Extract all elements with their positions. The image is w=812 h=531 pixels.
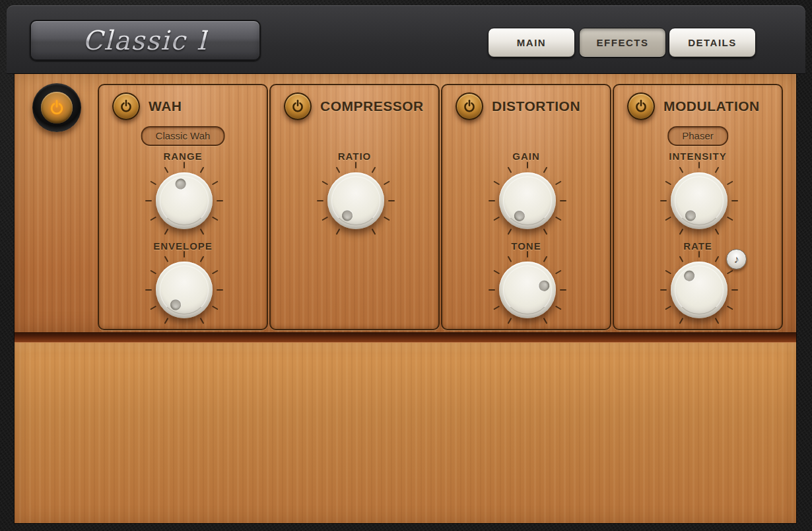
section-title: COMPRESSOR	[320, 98, 424, 114]
wah-power-button[interactable]	[112, 92, 140, 120]
intensity-knob[interactable]	[660, 161, 739, 240]
envelope-knob[interactable]	[145, 250, 224, 330]
tab-effects[interactable]: EFFECTS	[579, 28, 666, 57]
power-icon	[48, 99, 65, 116]
knob-cap	[499, 262, 556, 318]
gain-knob[interactable]	[488, 161, 567, 240]
fx-section-wah: WAH Classic Wah RANGE ENVELOPE	[98, 84, 268, 330]
nameplate-text: Classic I	[83, 25, 208, 55]
knob-label: RATIO	[271, 151, 438, 162]
wah-preset-selector[interactable]: Classic Wah	[141, 126, 225, 146]
distortion-power-button[interactable]	[456, 92, 483, 120]
ratio-knob[interactable]	[316, 161, 395, 240]
knob-cap	[327, 172, 384, 229]
compressor-power-button[interactable]	[284, 92, 312, 120]
wood-panel: WAH Classic Wah RANGE ENVELOPE	[15, 74, 796, 523]
tab-details[interactable]: DETAILS	[669, 28, 756, 57]
knob-label: GAIN	[442, 151, 610, 162]
knob-indicator-dot	[682, 269, 696, 283]
power-icon	[462, 99, 477, 114]
preset-label: Classic Wah	[156, 130, 211, 141]
power-icon	[290, 99, 305, 114]
knob-indicator-dot	[168, 298, 183, 312]
fx-section-modulation: MODULATION Phaser INTENSITY RATE	[613, 84, 783, 330]
knob-cap	[671, 172, 727, 229]
knob-indicator-dot	[340, 209, 355, 223]
effects-sections-row: WAH Classic Wah RANGE ENVELOPE	[98, 84, 783, 330]
master-power-button[interactable]	[32, 83, 81, 132]
effects-area: WAH Classic Wah RANGE ENVELOPE	[15, 74, 796, 332]
preset-label: Phaser	[682, 130, 714, 141]
knob-cap	[671, 262, 727, 318]
knob-cap	[499, 172, 556, 229]
knob-cap	[156, 172, 213, 229]
nameplate: Classic I	[30, 20, 261, 61]
knob-cap	[156, 262, 213, 318]
rate-sync-note-button[interactable]: ♪	[726, 249, 747, 269]
fx-section-distortion: DISTORTION GAIN TONE	[441, 84, 611, 330]
knob-indicator-dot	[538, 279, 551, 292]
tone-knob[interactable]	[488, 250, 567, 330]
note-icon: ♪	[734, 254, 739, 265]
power-icon	[634, 99, 648, 114]
power-icon	[119, 99, 133, 114]
knob-indicator-dot	[683, 209, 698, 223]
bottom-controls-area: FILTER PICKUP BRILLIANT TREBLE MEDIUM	[15, 343, 796, 523]
tab-main[interactable]: MAIN	[488, 28, 575, 57]
section-title: MODULATION	[663, 98, 760, 114]
fx-section-compressor: COMPRESSOR RATIO	[269, 84, 440, 330]
header-bar: Classic I MAIN EFFECTS DETAILS	[7, 5, 805, 74]
modulation-preset-selector[interactable]: Phaser	[667, 126, 728, 146]
section-title: DISTORTION	[492, 98, 580, 114]
master-power-coin	[41, 92, 73, 124]
knob-label: RANGE	[99, 151, 267, 162]
section-title: WAH	[149, 98, 182, 114]
knob-label: INTENSITY	[614, 151, 782, 162]
range-knob[interactable]	[145, 161, 224, 240]
panel-divider	[15, 332, 796, 343]
classic1-plugin-window: Classic I MAIN EFFECTS DETAILS	[0, 0, 812, 531]
knob-indicator-dot	[512, 209, 527, 223]
modulation-power-button[interactable]	[627, 92, 655, 120]
knob-indicator-dot	[174, 178, 187, 190]
